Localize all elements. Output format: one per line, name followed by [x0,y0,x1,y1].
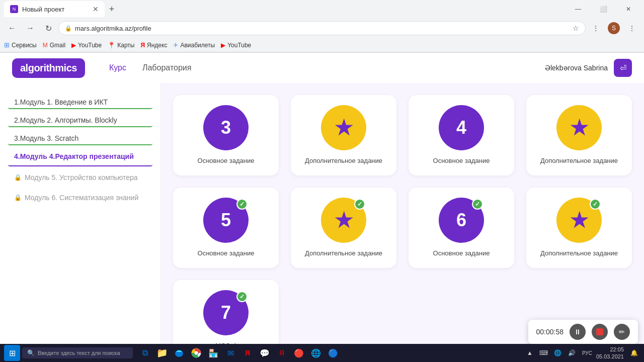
nav-kurs[interactable]: Курс [109,63,126,72]
task-card-6[interactable]: 6 ✓ Основное задание [409,188,514,268]
lock-icon-module5: 🔒 [14,174,22,181]
recording-time: 00:00:58 [536,328,564,336]
yandex-browser-button[interactable]: Я [239,345,256,361]
notifications-icon[interactable]: 🔔 [628,347,640,359]
task-card-star4[interactable]: ★ ✓ Дополнительное задание [526,188,632,268]
clock-time: 22:05 [596,346,624,353]
logout-button[interactable]: ⏎ [614,59,632,77]
sidebar-item-module5[interactable]: 🔒 Модуль 5. Устройство компьютера [8,168,152,187]
recording-pause-button[interactable]: ⏸ [570,324,586,340]
task-label-5: Основное задание [198,249,255,258]
logo[interactable]: algorithmics [12,58,85,78]
start-button[interactable]: ⊞ [4,345,20,361]
whatsapp-button[interactable]: 💬 [257,345,273,361]
sidebar-item-module1[interactable]: 1.Модуль 1. Введение в ИКТ [8,93,152,109]
task-number-7: 7 [221,302,231,323]
address-bar[interactable]: 🔒 mars.algoritmika.az/profile ☆ [58,21,586,35]
app-header: algorithmics Курс Лаборатория Əlekbərova… [0,53,644,83]
logout-icon: ⏎ [620,63,626,73]
task-label-3: Основное задание [198,156,255,165]
bookmark-youtube-1[interactable]: ▶ YouTube [71,42,102,49]
nav-laboratoriya[interactable]: Лаборатория [142,63,191,72]
nav-bar: ← → ↻ 🔒 mars.algoritmika.az/profile ☆ ⋮ … [0,18,644,38]
recording-bar: 00:00:58 ⏸ ✏ [528,320,638,344]
sidebar-item-module6[interactable]: 🔒 Модуль 6. Систематизация знаний [8,189,152,207]
taskbar-clock[interactable]: 22:05 05.03.2021 [596,346,624,360]
taskbar-lang: РУС [582,350,592,356]
edge-button[interactable] [171,345,187,361]
reload-button[interactable]: ↻ [40,20,56,36]
minimize-button[interactable]: — [567,0,590,18]
sidebar-item-module2[interactable]: 2.Модуль 2. Алгоритмы. Blockly [8,111,152,127]
store-button[interactable]: 🏪 [205,345,221,361]
sidebar-item-module5-label: Модуль 5. Устройство компьютера [25,173,138,182]
recording-edit-button[interactable]: ✏ [614,324,630,340]
taskbar-right: ▲ ⌨ 🌐 🔊 РУС 22:05 05.03.2021 🔔 [524,346,640,360]
menu-button[interactable]: ⋮ [624,20,640,36]
network-icon[interactable]: 🌐 [552,347,564,359]
bookmark-youtube-2[interactable]: ▶ YouTube [221,42,251,49]
title-bar: N Новый проект ✕ + — ⬜ ✕ [0,0,644,18]
task-card-star1[interactable]: ★ Дополнительное задание [291,95,396,175]
task-card-star2-inner: ★ Дополнительное задание [526,95,632,175]
stop-icon [596,328,603,335]
close-button[interactable]: ✕ [617,0,640,18]
app10-button[interactable]: 🌐 [308,345,324,361]
recording-stop-button[interactable] [592,324,608,340]
task-card-4[interactable]: 4 Основное задание [409,95,514,175]
task-badge-star3: ★ ✓ [321,198,366,243]
bookmark-youtube-2-label: YouTube [227,42,251,49]
taskbar-expand-icon[interactable]: ▲ [524,347,536,359]
task-badge-3: 3 [203,105,249,150]
extensions-button[interactable]: ⋮ [588,20,604,36]
app11-button[interactable]: 🔵 [325,345,341,361]
bookmark-gmail[interactable]: M Gmail [43,42,65,49]
taskview-button[interactable]: ⧉ [137,345,153,361]
taskbar-search[interactable]: 🔍 Введите здесь текст для поиска [22,347,133,358]
app9-button[interactable]: 🔴 [291,345,307,361]
bookmark-aviabilety[interactable]: ✈ Авиабилеты [173,42,215,49]
maximize-button[interactable]: ⬜ [592,0,615,18]
explorer-button[interactable]: 📁 [154,345,170,361]
forward-button[interactable]: → [22,20,38,36]
browser-tab[interactable]: N Новый проект ✕ [4,1,105,17]
task-card-star2[interactable]: ★ Дополнительное задание [526,95,632,175]
task-number-4: 4 [456,117,466,138]
search-icon: 🔍 [27,349,35,356]
star-bookmark-icon[interactable]: ☆ [573,24,579,32]
user-name: Əlekbərova Sabrina [545,64,608,72]
keyboard-icon[interactable]: ⌨ [538,347,550,359]
tab-close-button[interactable]: ✕ [93,5,99,13]
bookmark-maps[interactable]: 📍 Карты [108,42,134,49]
volume-icon[interactable]: 🔊 [566,347,578,359]
task-badge-7: 7 ✓ [203,290,249,335]
sidebar-item-module3-label: 3.Модуль 3. Scratch [14,134,78,142]
bookmark-yandex[interactable]: Я Яндекс [140,42,167,49]
task-card-3[interactable]: 3 Основное задание [173,95,279,175]
back-button[interactable]: ← [4,20,20,36]
app8-button[interactable]: Я [274,345,290,361]
header-nav: Курс Лаборатория [109,63,192,72]
bookmark-gmail-label: Gmail [50,42,65,49]
sidebar-item-module3[interactable]: 3.Модуль 3. Scratch [8,129,152,145]
sidebar-item-module4[interactable]: 4.Модуль 4.Редактор презентаций [8,147,152,166]
task-badge-star2: ★ [556,105,602,150]
sidebar-item-module6-label: Модуль 6. Систематизация знаний [25,194,138,202]
check-badge-star3: ✓ [354,199,365,210]
bookmark-maps-label: Карты [117,42,134,49]
chrome-button[interactable] [188,345,204,361]
taskbar-search-text: Введите здесь текст для поиска [38,350,120,356]
task-card-5[interactable]: 5 ✓ Основное задание [173,188,279,268]
new-tab-button[interactable]: + [105,2,119,16]
task-card-star4-inner: ★ ✓ Дополнительное задание [526,188,632,268]
task-card-star3[interactable]: ★ ✓ Дополнительное задание [291,188,396,268]
check-badge-star4: ✓ [590,199,601,210]
sidebar-item-module4-label: 4.Модуль 4.Редактор презентаций [14,152,134,160]
mail-button[interactable]: ✉ [222,345,238,361]
profile-button[interactable]: S [606,20,622,36]
task-label-6: Основное задание [433,249,490,258]
bookmark-services[interactable]: ⊞ Сервисы [4,41,37,49]
taskbar: ⊞ 🔍 Введите здесь текст для поиска ⧉ 📁 🏪… [0,344,644,362]
bookmark-aviabilety-label: Авиабилеты [180,42,215,49]
task-number-3: 3 [221,117,231,138]
